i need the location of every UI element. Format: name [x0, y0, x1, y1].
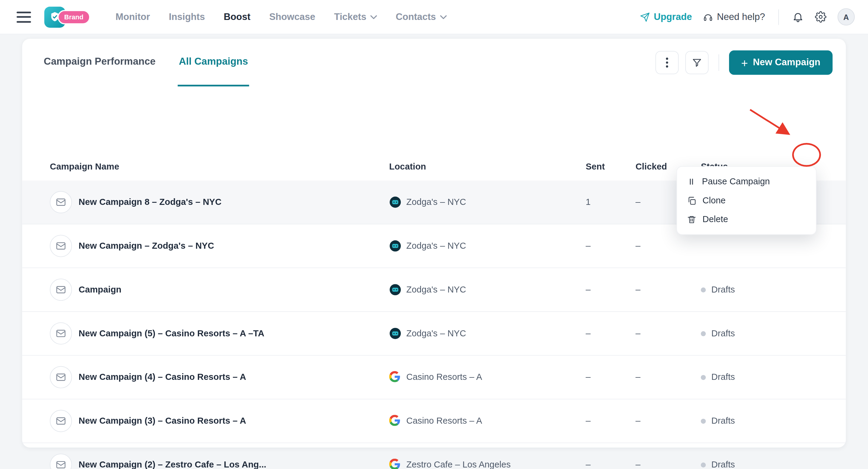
rocket-icon — [640, 12, 650, 22]
settings-gear-button[interactable] — [815, 11, 826, 23]
location-name: Zodga's – NYC — [406, 285, 466, 295]
new-campaign-button[interactable]: + New Campaign — [729, 51, 833, 75]
card-header: Campaign Performance All Campaigns + New… — [22, 39, 846, 86]
chevron-down-icon — [370, 15, 377, 19]
nav-item-showcase[interactable]: Showcase — [269, 11, 315, 23]
menu-item-delete[interactable]: Delete — [677, 210, 816, 229]
upgrade-link[interactable]: Upgrade — [640, 11, 692, 23]
envelope-icon — [50, 366, 72, 388]
avatar-initial: A — [843, 12, 849, 21]
zodga-location-icon — [389, 284, 401, 296]
column-header-campaign-name: Campaign Name — [50, 162, 389, 172]
user-avatar[interactable]: A — [837, 8, 855, 25]
navbar-divider — [778, 9, 779, 25]
zodga-location-icon — [389, 327, 401, 340]
main-nav: Monitor Insights Boost Showcase Tickets … — [115, 11, 446, 23]
nav-label: Insights — [169, 11, 205, 23]
campaign-name: New Campaign – Zodga's – NYC — [79, 241, 214, 251]
more-options-kebab-button[interactable] — [655, 51, 679, 74]
zodga-location-icon — [389, 240, 401, 252]
envelope-icon — [50, 322, 72, 345]
menu-item-clone[interactable]: Clone — [677, 191, 816, 210]
campaign-name: New Campaign (3) – Casino Resorts – A — [79, 416, 246, 426]
nav-item-monitor[interactable]: Monitor — [115, 11, 150, 23]
location-name: Casino Resorts – A — [406, 416, 482, 426]
filter-button[interactable] — [685, 51, 709, 74]
app-viewport: Brand Monitor Insights Boost Showcase Ti… — [0, 0, 868, 469]
tab-all-campaigns[interactable]: All Campaigns — [178, 39, 249, 86]
location-name: Zodga's – NYC — [406, 241, 466, 251]
sent-value: – — [586, 328, 636, 339]
menu-item-pause-campaign[interactable]: Pause Campaign — [677, 172, 816, 191]
help-label: Need help? — [717, 11, 765, 23]
navbar-right: Upgrade Need help? — [640, 8, 855, 25]
column-header-sent: Sent — [586, 162, 636, 172]
nav-label: Tickets — [334, 11, 366, 23]
tabs: Campaign Performance All Campaigns — [42, 39, 249, 86]
clicked-value: – — [636, 285, 701, 295]
sent-value: 1 — [586, 197, 636, 207]
brand-badge: Brand — [58, 10, 90, 24]
top-navbar: Brand Monitor Insights Boost Showcase Ti… — [0, 0, 868, 34]
campaign-name: New Campaign (2) – Zestro Cafe – Los Ang… — [79, 460, 266, 469]
column-header-location: Location — [389, 162, 586, 172]
envelope-icon — [50, 453, 72, 469]
campaign-name: New Campaign (5) – Casino Resorts – A –T… — [79, 328, 264, 339]
status-label: Drafts — [711, 416, 735, 426]
location-name: Casino Resorts – A — [406, 372, 482, 382]
location-name: Zodga's – NYC — [406, 328, 466, 339]
nav-label: Boost — [224, 11, 250, 23]
clone-icon — [687, 196, 696, 205]
header-actions: + New Campaign — [655, 51, 833, 75]
table-row[interactable]: New Campaign (5) – Casino Resorts – A –T… — [22, 312, 846, 356]
tab-campaign-performance[interactable]: Campaign Performance — [42, 39, 157, 86]
status-dot — [701, 418, 706, 423]
clicked-value: – — [636, 328, 701, 339]
clicked-value: – — [636, 241, 701, 251]
status-dot — [701, 375, 706, 380]
hamburger-menu-button[interactable] — [17, 11, 31, 23]
headset-icon — [703, 12, 713, 22]
navbar-left: Brand Monitor Insights Boost Showcase Ti… — [17, 6, 446, 28]
status-dot — [701, 331, 706, 336]
status-dot — [701, 462, 706, 467]
google-location-icon — [389, 371, 401, 383]
sent-value: – — [586, 416, 636, 426]
table-row[interactable]: Campaign Zodga's – NYC – – Drafts — [22, 268, 846, 312]
campaign-name: New Campaign 8 – Zodga's – NYC — [79, 197, 221, 207]
clicked-value: – — [636, 460, 701, 469]
menu-item-label: Delete — [703, 214, 728, 224]
need-help-link[interactable]: Need help? — [703, 11, 765, 23]
campaign-name: Campaign — [79, 285, 121, 295]
status-dot — [701, 287, 706, 292]
gear-icon — [815, 11, 826, 23]
nav-item-contacts[interactable]: Contacts — [396, 11, 446, 23]
filter-funnel-icon — [691, 57, 703, 68]
new-campaign-label: New Campaign — [753, 57, 820, 68]
nav-item-tickets[interactable]: Tickets — [334, 11, 377, 23]
envelope-icon — [50, 279, 72, 301]
chevron-down-icon — [440, 15, 446, 19]
actions-divider — [718, 54, 719, 71]
campaign-name: New Campaign (4) – Casino Resorts – A — [79, 372, 246, 382]
bell-icon — [792, 11, 804, 23]
status-label: Drafts — [711, 328, 735, 339]
menu-item-label: Pause Campaign — [702, 177, 770, 187]
sent-value: – — [586, 372, 636, 382]
menu-item-label: Clone — [703, 196, 726, 205]
status-label: Drafts — [711, 460, 735, 469]
table-row[interactable]: New Campaign (4) – Casino Resorts – A Ca… — [22, 356, 846, 400]
envelope-icon — [50, 235, 72, 257]
table-row[interactable]: New Campaign (2) – Zestro Cafe – Los Ang… — [22, 443, 846, 469]
upgrade-label: Upgrade — [654, 11, 692, 23]
nav-label: Contacts — [396, 11, 436, 23]
nav-item-boost[interactable]: Boost — [224, 11, 250, 23]
sent-value: – — [586, 460, 636, 469]
app-logo[interactable]: Brand — [44, 6, 90, 28]
nav-item-insights[interactable]: Insights — [169, 11, 205, 23]
notifications-bell-button[interactable] — [792, 11, 804, 23]
envelope-icon — [50, 191, 72, 213]
envelope-icon — [50, 410, 72, 432]
table-row[interactable]: New Campaign (3) – Casino Resorts – A Ca… — [22, 400, 846, 443]
google-location-icon — [389, 459, 401, 469]
